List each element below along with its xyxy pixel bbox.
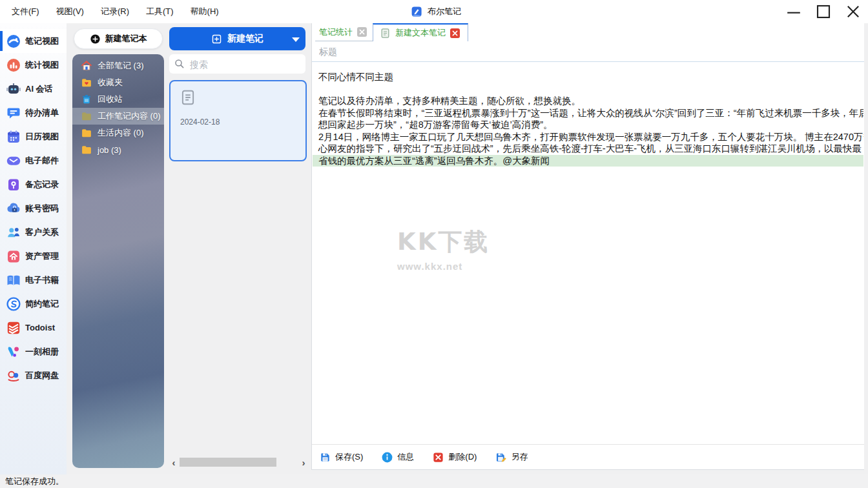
menu-bar: 文件(F)视图(V)记录(R)工具(T)帮助(H) — [0, 5, 222, 19]
new-notebook-button[interactable]: 新建笔记本 — [74, 28, 163, 49]
notes-view-icon — [6, 34, 21, 49]
todoist-icon — [6, 320, 21, 336]
sidebar-item-todoist[interactable]: Todoist — [0, 316, 67, 340]
editor-toolbar: 保存(S)信息删除(D)另存 — [312, 444, 864, 469]
status-text: 笔记保存成功。 — [5, 476, 64, 487]
tab-close-icon[interactable] — [357, 27, 367, 37]
editor-line: 心网友的指导下，研究出了“五步迂回战术”，先后乘坐高铁-轮渡-打车-大巴车-飞机… — [313, 143, 863, 155]
folder-olive-icon — [81, 110, 92, 122]
maximize-button[interactable] — [809, 0, 838, 23]
menu-item-0[interactable]: 文件(F) — [9, 5, 42, 19]
toolbar-button-label: 删除(D) — [448, 451, 477, 463]
save-as-icon — [495, 451, 507, 463]
new-note-button[interactable]: 新建笔记 — [169, 27, 305, 50]
menu-item-2[interactable]: 记录(R) — [98, 5, 132, 19]
save-button[interactable]: 保存(S) — [319, 451, 363, 463]
scroll-left-icon[interactable]: ‹ — [169, 456, 178, 468]
search-input[interactable] — [189, 54, 304, 75]
tab-note-stats[interactable]: 笔记统计 — [315, 23, 373, 41]
sidebar-item-label: 待办清单 — [25, 107, 59, 119]
tree-item-all-notes[interactable]: 全部笔记 (3) — [72, 57, 164, 74]
editor-panel: 笔记统计 新建文本笔记 不同心情不同主题 笔记以及待办清单，支持多种精美主题，随… — [311, 23, 864, 470]
sidebar-item-todo-list[interactable]: 待办清单 — [0, 101, 67, 125]
passwords-icon — [6, 201, 21, 216]
sidebar-item-notes-view[interactable]: 笔记视图 — [0, 29, 67, 53]
scroll-right-icon[interactable]: › — [299, 456, 308, 468]
sidebar-item-label: 客户关系 — [25, 227, 59, 238]
sidebar-item-label: 简约笔记 — [25, 298, 59, 310]
photos-icon — [6, 344, 21, 360]
fav-folder-icon — [81, 77, 92, 88]
app-title: 布尔笔记 — [411, 0, 461, 23]
sidebar-item-label: 日历视图 — [25, 131, 59, 143]
note-content-area[interactable]: 不同心情不同主题 笔记以及待办清单，支持多种精美主题，随心所欲，想换就换。在春节… — [313, 63, 863, 444]
sidebar-item-ai-chat[interactable]: AI 会话 — [0, 77, 67, 101]
note-list: 2024-02-18 — [169, 80, 308, 442]
calendar-view-icon — [6, 129, 21, 145]
sidebar-item-passwords[interactable]: 账号密码 — [0, 196, 67, 220]
info-button[interactable]: 信息 — [381, 451, 414, 463]
menu-item-1[interactable]: 视图(V) — [54, 5, 87, 19]
tab-label: 新建文本笔记 — [395, 27, 446, 39]
app-logo-icon — [411, 6, 422, 17]
sidebar-item-label: AI 会话 — [25, 83, 53, 95]
sidebar-item-label: 统计视图 — [25, 59, 59, 71]
tree-item-recycle-bin[interactable]: 回收站 — [72, 91, 164, 108]
tree-item-job[interactable]: job (3) — [72, 141, 164, 158]
info-icon — [381, 451, 393, 463]
note-title-row — [312, 41, 864, 62]
memo-icon — [6, 177, 21, 192]
sidebar-item-photos[interactable]: 一刻相册 — [0, 340, 67, 363]
sidebar-item-label: 备忘记录 — [25, 179, 59, 190]
close-button[interactable] — [838, 0, 868, 23]
app-title-text: 布尔笔记 — [428, 6, 461, 17]
tree-item-label: 收藏夹 — [98, 77, 123, 88]
sidebar-item-calendar-view[interactable]: 日历视图 — [0, 125, 67, 148]
tree-item-work-notes[interactable]: 工作笔记内容 (0) — [72, 108, 164, 125]
todo-list-icon — [6, 105, 21, 121]
scrollbar-thumb[interactable] — [180, 458, 276, 467]
toolbar-button-label: 保存(S) — [335, 451, 363, 463]
sidebar-item-assets[interactable]: 资产管理 — [0, 244, 67, 268]
assets-icon — [6, 249, 21, 264]
toolbar-button-label: 另存 — [511, 451, 528, 463]
chevron-down-icon[interactable] — [292, 37, 300, 42]
note-title-input[interactable] — [318, 43, 850, 61]
minimize-button[interactable] — [779, 0, 809, 23]
status-bar: 笔记保存成功。 — [0, 474, 868, 488]
sidebar-item-crm[interactable]: 客户关系 — [0, 220, 67, 244]
crm-icon — [6, 225, 21, 240]
trash-icon — [81, 94, 92, 105]
sidebar-item-memo[interactable]: 备忘记录 — [0, 172, 67, 196]
sidebar-item-email[interactable]: 电子邮件 — [0, 148, 67, 172]
window-controls — [779, 0, 868, 23]
tab-close-icon[interactable] — [450, 28, 460, 38]
delete-button[interactable]: 删除(D) — [432, 451, 477, 463]
stats-view-icon — [6, 57, 21, 73]
editor-line: 笔记以及待办清单，支持多种精美主题，随心所欲，想换就换。 — [313, 95, 863, 107]
menu-item-4[interactable]: 帮助(H) — [188, 5, 222, 19]
tree-item-favorites[interactable]: 收藏夹 — [72, 74, 164, 91]
note-card[interactable]: 2024-02-18 — [169, 80, 307, 161]
new-note-label: 新建笔记 — [227, 33, 264, 45]
tree-item-label: 生活内容 (0) — [98, 127, 144, 139]
tab-new-text-note[interactable]: 新建文本笔记 — [373, 23, 468, 41]
note-document-icon — [180, 89, 196, 106]
toolbar-button-label: 信息 — [397, 451, 414, 463]
plus-square-icon — [211, 34, 222, 45]
sidebar-item-label: 百度网盘 — [25, 370, 59, 381]
sidebar-item-stats-view[interactable]: 统计视图 — [0, 53, 67, 77]
note-date: 2024-02-18 — [180, 117, 220, 127]
email-icon — [6, 153, 21, 168]
tree-item-life-notes[interactable]: 生活内容 (0) — [72, 125, 164, 141]
delete-icon — [432, 451, 444, 463]
tree-item-label: job (3) — [98, 145, 121, 155]
sidebar-item-simple-notes[interactable]: 简约笔记 — [0, 292, 67, 316]
sidebar-item-baidu-pan[interactable]: 百度网盘 — [0, 363, 67, 387]
menu-item-3[interactable]: 工具(T) — [143, 5, 176, 19]
save-as-button[interactable]: 另存 — [495, 451, 528, 463]
sidebar-item-ebooks[interactable]: 电子书籍 — [0, 268, 67, 292]
tree-item-label: 回收站 — [98, 94, 123, 105]
sidebar-item-label: 资产管理 — [25, 250, 59, 262]
sidebar-item-label: Todoist — [25, 323, 55, 332]
